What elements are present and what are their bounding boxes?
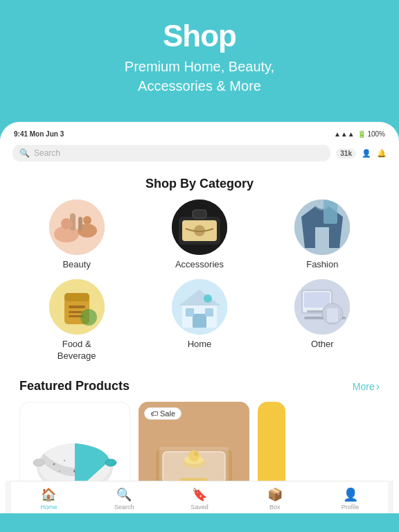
search-icon: 🔍 — [19, 148, 30, 158]
search-right: 31k 👤 🔔 — [336, 148, 387, 159]
svg-rect-0 — [49, 200, 105, 255]
svg-point-39 — [53, 463, 55, 466]
svg-rect-35 — [327, 308, 338, 322]
svg-point-46 — [33, 459, 44, 466]
svg-point-47 — [105, 459, 116, 466]
svg-point-6 — [83, 216, 91, 224]
device-inner: 9:41 Mon Jun 3 ▲▲▲ 🔋 100% 🔍 Search 31k 👤… — [6, 127, 393, 513]
nav-label-saved: Saved — [190, 504, 209, 511]
search-badge: 31k — [336, 148, 356, 159]
hero-title: Shop — [14, 19, 385, 53]
category-label-beauty: Beauty — [62, 259, 90, 271]
svg-rect-16 — [64, 293, 89, 301]
category-item-beauty[interactable]: Beauty — [19, 200, 134, 271]
hero-subtitle: Premium Home, Beauty,Accessories & More — [14, 57, 385, 96]
sale-badge-text: Sale — [160, 409, 175, 418]
search-nav-icon: 🔍 — [116, 487, 132, 502]
status-time: 9:41 Mon Jun 3 — [14, 130, 64, 138]
status-bar: 9:41 Mon Jun 3 ▲▲▲ 🔋 100% — [6, 127, 393, 141]
svg-rect-24 — [193, 314, 206, 328]
profile-icon: 👤 — [343, 487, 358, 502]
scroll-content[interactable]: Shop By Category — [6, 166, 393, 481]
signal-icon: ▲▲▲ — [334, 130, 355, 138]
svg-rect-11 — [193, 210, 206, 218]
nav-item-profile[interactable]: 👤 Profile — [312, 487, 388, 511]
svg-rect-13 — [323, 200, 337, 224]
product-card-sale[interactable]: 🏷 Sale — [139, 402, 249, 481]
categories-grid: Beauty Accessories — [6, 200, 393, 373]
category-label-accessories: Accessories — [175, 259, 224, 271]
hero-section: Shop Premium Home, Beauty,Accessories & … — [0, 0, 399, 109]
svg-point-27 — [204, 294, 212, 303]
category-section-title: Shop By Category — [6, 166, 393, 200]
sale-badge: 🏷 Sale — [144, 407, 181, 420]
nav-item-box[interactable]: 📦 Box — [237, 487, 312, 511]
category-label-home: Home — [188, 339, 212, 351]
bell-icon: 🔔 — [377, 149, 387, 158]
nav-item-home[interactable]: 🏠 Home — [11, 487, 87, 511]
box-icon: 📦 — [267, 487, 283, 502]
more-label: More — [353, 381, 375, 392]
category-label-fashion: Fashion — [306, 259, 338, 271]
nav-label-home: Home — [40, 504, 57, 511]
category-label-food: Food &Beverage — [57, 339, 96, 362]
search-bar-container: 🔍 Search 31k 👤 🔔 — [6, 141, 393, 166]
category-item-fashion[interactable]: Fashion — [265, 200, 380, 271]
svg-rect-18 — [69, 311, 82, 313]
featured-title: Featured Products — [19, 379, 130, 393]
svg-rect-25 — [186, 308, 194, 317]
product-card-bowl[interactable] — [19, 402, 130, 481]
svg-point-5 — [61, 218, 72, 229]
more-link[interactable]: More › — [353, 380, 380, 393]
category-image-beauty — [49, 200, 105, 255]
svg-rect-17 — [69, 305, 85, 308]
svg-rect-26 — [205, 308, 213, 317]
sale-tag-icon: 🏷 — [150, 409, 158, 418]
bottom-nav: 🏠 Home 🔍 Search 🔖 Saved 📦 Box 👤 Profile — [11, 481, 388, 513]
nav-item-search[interactable]: 🔍 Search — [87, 487, 162, 511]
svg-point-44 — [59, 470, 60, 472]
featured-header: Featured Products More › — [6, 373, 393, 402]
svg-point-20 — [80, 309, 97, 326]
category-item-food[interactable]: Food &Beverage — [19, 279, 134, 362]
category-image-accessories — [172, 200, 227, 255]
search-placeholder: Search — [34, 148, 60, 158]
nav-item-saved[interactable]: 🔖 Saved — [162, 487, 238, 511]
svg-rect-56 — [180, 478, 208, 481]
person-icon: 👤 — [362, 149, 371, 158]
status-icons: ▲▲▲ 🔋 100% — [334, 130, 385, 138]
nav-label-box: Box — [269, 504, 281, 511]
category-image-other — [294, 279, 350, 335]
category-image-fashion — [294, 200, 350, 255]
products-row: 🏷 Sale — [6, 402, 393, 481]
saved-icon: 🔖 — [192, 487, 207, 502]
nav-label-search: Search — [114, 504, 134, 511]
svg-point-54 — [188, 450, 200, 461]
home-icon: 🏠 — [41, 487, 56, 502]
svg-point-40 — [64, 460, 65, 461]
category-item-home[interactable]: Home — [142, 279, 256, 362]
product-card-yellow[interactable] — [258, 402, 285, 481]
svg-rect-31 — [304, 292, 330, 308]
battery-icon: 🔋 100% — [357, 130, 385, 138]
nav-label-profile: Profile — [342, 504, 360, 511]
category-item-accessories[interactable]: Accessories — [142, 200, 256, 271]
category-item-other[interactable]: Other — [265, 279, 380, 362]
category-image-food — [49, 279, 105, 335]
more-chevron: › — [376, 380, 380, 393]
device-frame: 9:41 Mon Jun 3 ▲▲▲ 🔋 100% 🔍 Search 31k 👤… — [0, 122, 399, 513]
category-image-home — [172, 279, 227, 335]
svg-point-55 — [194, 452, 198, 456]
search-input-box[interactable]: 🔍 Search — [12, 145, 330, 161]
category-label-other: Other — [311, 339, 334, 351]
svg-rect-4 — [78, 217, 82, 231]
